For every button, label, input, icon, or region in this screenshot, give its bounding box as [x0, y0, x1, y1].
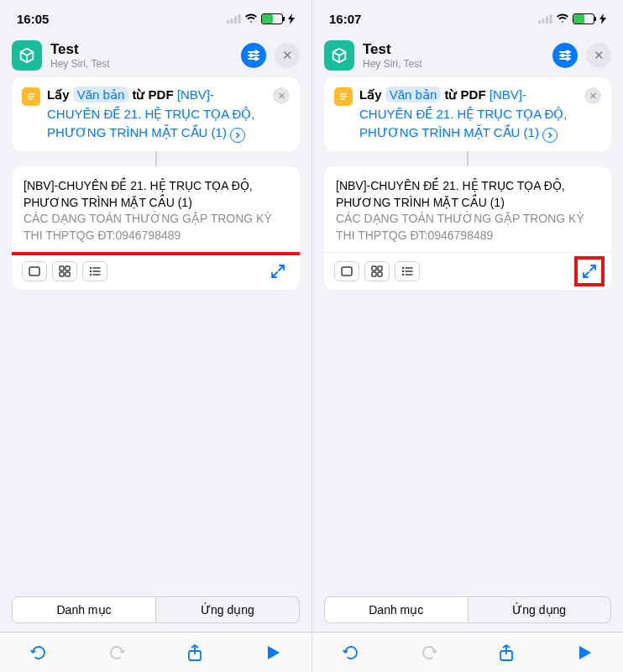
svg-rect-0 [227, 20, 229, 24]
undo-button[interactable] [334, 636, 368, 669]
content-area: Lấy Văn bản từ PDF [NBV]-CHUYÊN ĐỀ 21. H… [0, 77, 312, 588]
chevron-right-icon[interactable] [230, 128, 245, 143]
expand-button[interactable] [578, 260, 601, 283]
shortcut-title: Test [363, 41, 544, 58]
action-card[interactable]: Lấy Văn bản từ PDF [NBV]-CHUYÊN ĐỀ 21. H… [12, 77, 300, 151]
result-title: [NBV]-CHUYÊN ĐỀ 21. HỆ TRỤC TỌA ĐỘ, PHƯƠ… [336, 178, 599, 211]
app-icon [324, 40, 354, 71]
shortcut-subtitle: Hey Siri, Test [50, 58, 233, 70]
bottom-tabs: Danh mục Ứng dụng [312, 588, 623, 632]
view-list-button[interactable] [395, 261, 420, 281]
status-time: 16:05 [17, 12, 49, 26]
svg-rect-13 [29, 267, 39, 276]
redo-button[interactable] [100, 636, 134, 669]
action-card[interactable]: Lấy Văn bản từ PDF [NBV]-CHUYÊN ĐỀ 21. H… [324, 77, 611, 151]
screen-left: 16:05 Test Hey Siri, Test ✕ Lấy Văn bản … [0, 0, 312, 672]
svg-rect-16 [60, 272, 64, 276]
svg-point-8 [250, 55, 253, 57]
screen-right: 16:07 Test Hey Siri, Test ✕ Lấy Văn bản … [312, 0, 623, 672]
action-var-text[interactable]: Văn bản [73, 87, 129, 102]
svg-rect-40 [378, 266, 382, 270]
battery-icon [261, 13, 283, 24]
close-button[interactable]: ✕ [275, 43, 300, 68]
view-grid-button[interactable] [52, 261, 77, 281]
status-icons [227, 13, 295, 24]
shortcut-subtitle: Hey Siri, Test [363, 58, 544, 70]
result-toolbar [324, 252, 611, 290]
action-text: Lấy Văn bản từ PDF [NBV]-CHUYÊN ĐỀ 21. H… [47, 86, 266, 143]
run-button[interactable] [256, 636, 290, 669]
svg-point-33 [562, 55, 564, 57]
redo-button[interactable] [412, 636, 446, 669]
svg-rect-26 [542, 18, 545, 24]
svg-rect-39 [372, 266, 376, 270]
app-icon [12, 40, 42, 71]
tab-categories[interactable]: Danh mục [12, 596, 156, 623]
status-bar: 16:07 [312, 0, 623, 37]
svg-point-34 [567, 58, 569, 60]
action-text: Lấy Văn bản từ PDF [NBV]-CHUYÊN ĐỀ 21. H… [359, 86, 578, 143]
tab-categories[interactable]: Danh mục [324, 596, 469, 623]
share-button[interactable] [490, 636, 523, 669]
undo-button[interactable] [22, 636, 55, 669]
header: Test Hey Siri, Test ✕ [0, 37, 312, 77]
svg-point-43 [403, 268, 404, 269]
clear-action-button[interactable]: ✕ [584, 87, 601, 104]
share-button[interactable] [178, 636, 212, 669]
svg-rect-25 [538, 20, 541, 24]
run-button[interactable] [568, 636, 601, 669]
clear-action-button[interactable]: ✕ [273, 87, 290, 104]
result-toolbar [12, 252, 300, 290]
svg-rect-2 [234, 16, 237, 24]
text-action-icon [334, 87, 353, 106]
svg-point-32 [567, 51, 569, 54]
wifi-icon [244, 13, 258, 24]
tab-apps[interactable]: Ứng dụng [469, 596, 612, 623]
svg-rect-41 [372, 272, 376, 276]
bottom-toolbar [312, 632, 623, 672]
header: Test Hey Siri, Test ✕ [312, 37, 623, 77]
svg-rect-27 [546, 16, 548, 24]
tab-apps[interactable]: Ứng dụng [156, 596, 300, 623]
wifi-icon [556, 13, 569, 24]
settings-button[interactable] [241, 43, 266, 68]
view-list-button[interactable] [82, 261, 107, 281]
result-subtitle: CÁC DẠNG TOÁN THƯỜNG GẶP TRONG KỲ THI TH… [336, 211, 599, 244]
status-bar: 16:05 [0, 0, 312, 37]
action-var-text[interactable]: Văn bản [385, 87, 442, 102]
header-titles: Test Hey Siri, Test [363, 41, 544, 70]
svg-rect-15 [65, 266, 70, 270]
svg-point-45 [403, 271, 404, 272]
bottom-tabs: Danh mục Ứng dụng [0, 588, 312, 632]
chevron-right-icon[interactable] [542, 128, 558, 143]
settings-button[interactable] [552, 43, 578, 68]
view-grid-button[interactable] [364, 261, 390, 281]
status-icons [538, 13, 606, 24]
header-titles: Test Hey Siri, Test [50, 41, 233, 70]
svg-point-47 [403, 275, 404, 276]
view-single-button[interactable] [334, 261, 359, 281]
content-area: Lấy Văn bản từ PDF [NBV]-CHUYÊN ĐỀ 21. H… [312, 77, 623, 588]
svg-rect-38 [342, 267, 352, 276]
charging-icon [599, 13, 606, 24]
svg-rect-42 [378, 272, 382, 276]
action-verb: Lấy [359, 87, 382, 102]
result-body[interactable]: [NBV]-CHUYÊN ĐỀ 21. HỆ TRỤC TỌA ĐỘ, PHƯƠ… [12, 166, 300, 252]
shortcut-title: Test [50, 41, 233, 58]
action-mid: từ PDF [444, 87, 485, 102]
svg-point-20 [91, 271, 92, 272]
svg-point-22 [91, 275, 92, 276]
svg-rect-3 [238, 14, 241, 24]
connector-line [467, 151, 469, 166]
svg-point-7 [255, 51, 258, 54]
result-subtitle: CÁC DẠNG TOÁN THƯỜNG GẶP TRONG KỲ THI TH… [24, 211, 288, 244]
result-body[interactable]: [NBV]-CHUYÊN ĐỀ 21. HỆ TRỤC TỌA ĐỘ, PHƯƠ… [324, 166, 611, 252]
battery-icon [573, 13, 594, 24]
close-button[interactable]: ✕ [586, 43, 611, 68]
view-single-button[interactable] [22, 261, 47, 281]
expand-button[interactable] [266, 260, 290, 283]
svg-point-9 [255, 58, 258, 60]
svg-rect-1 [231, 18, 233, 24]
status-time: 16:07 [329, 12, 361, 26]
charging-icon [288, 13, 295, 24]
